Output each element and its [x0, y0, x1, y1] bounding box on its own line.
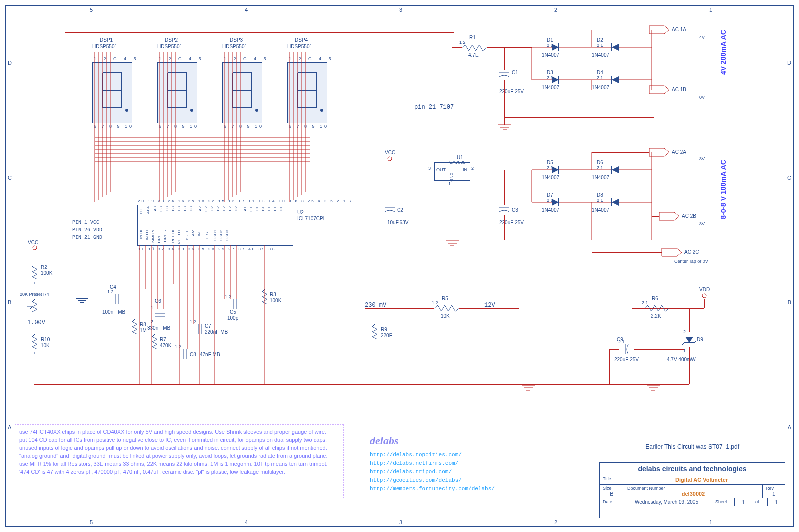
vcc-symbol — [30, 245, 40, 251]
wire — [504, 80, 505, 117]
u2-top-nums: 20 19 23 24 16 25 18 22 15 12 17 11 13 1… — [138, 199, 353, 203]
wire — [390, 215, 390, 240]
c1-val: 220uF 25V — [499, 89, 524, 94]
ruler-top: 5 — [90, 7, 93, 13]
v8b-note: 8V — [699, 221, 705, 226]
svg-marker-77 — [649, 26, 669, 34]
svg-marker-107 — [685, 337, 693, 343]
gnd-symbol — [498, 125, 511, 133]
side-label-8v: 8-0-8 V 100mA AC — [719, 160, 727, 219]
ruler-side: D — [8, 60, 12, 66]
wire — [390, 162, 390, 170]
d1-ref: D1 — [547, 37, 553, 43]
wire — [592, 90, 649, 90]
ac1b-label: AC 1B — [672, 87, 686, 92]
d3-ref: D3 — [547, 70, 553, 75]
d-pins: 2 1 — [597, 43, 603, 48]
c3-ref: C3 — [512, 207, 518, 213]
d9-val: 4.7V 400mW — [667, 357, 696, 362]
v8-note: 8V — [699, 156, 705, 161]
d6-val: 1N4007 — [592, 175, 609, 180]
r6-val: 2.2K — [651, 313, 661, 319]
gnd-symbol — [76, 298, 88, 299]
svg-marker-71 — [612, 44, 619, 51]
d7-val: 1N4007 — [542, 207, 559, 213]
resistor-r6 — [644, 304, 669, 312]
wire — [652, 202, 652, 216]
delabs-logo: delabs — [370, 434, 398, 447]
r4-ref: 20K Preset R4 — [20, 292, 55, 297]
ac2a-label: AC 2A — [672, 149, 686, 155]
note-line: put 104 CD cap for all ICs from positive… — [19, 437, 339, 443]
svg-marker-97 — [612, 199, 619, 206]
vdd-label: VDD — [699, 287, 710, 292]
d8-val: 1N4007 — [592, 207, 609, 213]
d6-ref: D6 — [597, 160, 603, 165]
wire — [452, 180, 452, 220]
note-line: '474 CD' is 47 with 4 zeros pF, 470000 p… — [19, 469, 339, 475]
c3-val: 220uF 25V — [499, 220, 524, 225]
d2-ref: D2 — [597, 37, 603, 43]
c1-ref: C1 — [512, 70, 518, 75]
d4-ref: D4 — [597, 70, 603, 75]
svg-marker-101 — [662, 248, 682, 256]
wire — [632, 308, 632, 349]
u1-pin1: 1 — [448, 181, 451, 186]
gnd-symbol — [78, 300, 86, 301]
ac2b-label: AC 2B — [682, 213, 696, 219]
display-bus-wires — [65, 47, 345, 212]
gnd-symbol — [446, 241, 459, 249]
note-line: unused inputs of logic and opamps pull u… — [19, 445, 339, 451]
link: http://delabs.topcities.com/ — [370, 452, 462, 458]
ruler-bot: 3 — [400, 519, 402, 525]
title-label: Title — [600, 475, 618, 484]
potentiometer-r4 — [27, 299, 40, 317]
port-ac2a — [649, 148, 669, 156]
wire — [365, 308, 434, 309]
d-pins: 2 1 — [597, 75, 603, 80]
d-pins: 2 1 — [547, 43, 553, 48]
port-ac2c — [662, 248, 682, 256]
cap-c1 — [499, 70, 509, 80]
notes-box: use 74HCT40XX chips in place of CD40XX f… — [15, 424, 344, 498]
u1-pin3: 3 — [428, 166, 431, 171]
earlier-note: Earlier This Circuit was ST07_1.pdf — [645, 443, 739, 450]
r6-ref: R6 — [652, 296, 658, 301]
r1-ref: R1 — [469, 35, 476, 40]
ruler-top: 4 — [245, 7, 248, 13]
wire — [82, 279, 82, 298]
v4-note: 4V — [699, 35, 705, 40]
ruler-top: 3 — [400, 7, 402, 13]
v12-label: 12V — [484, 302, 495, 309]
ruler-side: A — [788, 424, 791, 430]
d-pins: 2 1 — [547, 75, 553, 80]
u2-ref: U2 — [297, 210, 304, 215]
ruler-side: A — [8, 424, 11, 430]
c2-val: 10uF 63V — [387, 220, 408, 225]
vdd-symbol — [700, 293, 708, 299]
side-label-4v: 4V 200mA AC — [719, 30, 727, 75]
wire — [609, 384, 689, 385]
pin-note-26: PIN 26 VDD — [72, 227, 102, 233]
vcc-mid: VCC — [385, 150, 395, 155]
link: http://delabs.netfirms.com/ — [370, 460, 458, 466]
size-val: B — [603, 491, 621, 497]
company-name: delabs circuits and technologies — [600, 463, 785, 475]
pin-note-21: PIN 21 GND — [72, 235, 102, 240]
v100-label: 1.00V — [27, 319, 45, 326]
r5-pins: 1 2 — [432, 300, 438, 305]
mv230-label: 230 mV — [365, 302, 386, 309]
ruler-side: D — [787, 60, 791, 66]
ruler-side: C — [8, 175, 12, 181]
v0-note: 0V — [699, 95, 705, 100]
r9-val: 220E — [381, 333, 392, 338]
d3-val: 1N4007 — [542, 85, 559, 90]
docnum-val: del30002 — [627, 491, 759, 497]
ruler-bot: 2 — [554, 519, 557, 525]
rev-label: Rev — [766, 486, 782, 491]
wire — [592, 30, 649, 30]
note-line: "analog ground" and "digital ground" mus… — [19, 453, 339, 459]
r10-val: 10K — [41, 343, 50, 348]
u2-bottom-wires — [100, 245, 300, 389]
wire — [504, 170, 505, 205]
